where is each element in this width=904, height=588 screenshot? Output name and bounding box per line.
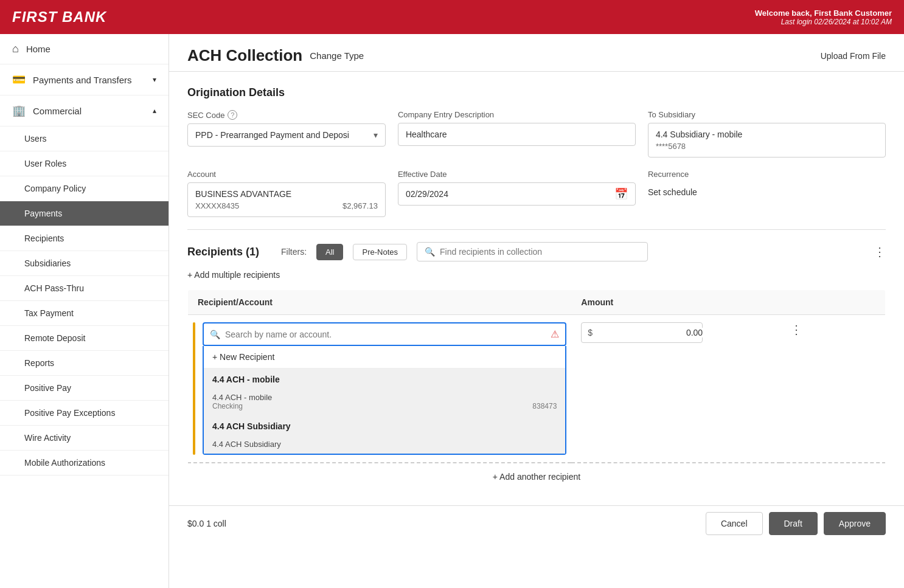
filter-all-button[interactable]: All: [316, 244, 343, 260]
sidebar-item-payments[interactable]: Payments: [0, 201, 169, 226]
sidebar-sub-label: User Roles: [24, 159, 66, 168]
sec-code-select[interactable]: PPD - Prearranged Payment and Deposi ▾: [187, 123, 386, 147]
account-box: BUSINESS ADVANTAGE XXXXX8435 $2,967.13: [187, 182, 386, 217]
approve-button[interactable]: Approve: [824, 512, 886, 535]
recipient-search-input[interactable]: [225, 330, 546, 339]
row-more-icon[interactable]: ⋮: [790, 323, 802, 336]
effective-date-group: Effective Date 📅: [398, 170, 636, 206]
chevron-down-icon: ▾: [374, 130, 378, 140]
sidebar-item-home[interactable]: ⌂ Home: [0, 34, 169, 64]
amount-cell: $: [571, 315, 781, 463]
search-icon: 🔍: [210, 330, 220, 339]
recipient-account-cell: 🔍 ⚠ + New Recipient 4.4 ACH - mobile: [188, 315, 572, 463]
sidebar-sub-label: Positive Pay Exceptions: [24, 408, 115, 418]
upload-from-file-link[interactable]: Upload From File: [821, 51, 886, 61]
sidebar-item-payments-transfers[interactable]: 💳 Payments and Transfers ▾: [0, 64, 169, 95]
find-recipients-search: 🔍: [417, 242, 648, 261]
sidebar-item-remote-deposit[interactable]: Remote Deposit: [0, 326, 169, 351]
sidebar-item-ach-pass-thru[interactable]: ACH Pass-Thru: [0, 276, 169, 301]
sidebar-sub-label: Wire Activity: [24, 433, 71, 443]
effective-date-label: Effective Date: [398, 170, 636, 179]
effective-date-input[interactable]: [398, 183, 607, 205]
table-row: 🔍 ⚠ + New Recipient 4.4 ACH - mobile: [188, 315, 886, 463]
filter-pre-notes-button[interactable]: Pre-Notes: [353, 244, 407, 260]
collection-count: 1 coll: [206, 519, 226, 528]
subsidiary-name: 4.4 Subsidiary - mobile: [656, 130, 878, 139]
dropdown-item-1[interactable]: 4.4 ACH - mobile Checking 838473: [204, 388, 565, 415]
recurrence-group: Recurrence Set schedule: [648, 170, 886, 197]
dropdown-group-header-2[interactable]: 4.4 ACH Subsidiary: [204, 415, 565, 435]
search-icon: 🔍: [425, 247, 435, 257]
new-recipient-option[interactable]: + New Recipient: [204, 346, 565, 368]
sidebar-item-tax-payment[interactable]: Tax Payment: [0, 301, 169, 326]
total-amount: $0.0: [187, 519, 204, 528]
to-subsidiary-label: To Subsidiary: [648, 110, 886, 119]
dropdown-item-2[interactable]: 4.4 ACH Subsidiary: [204, 435, 565, 454]
sidebar-item-subsidiaries[interactable]: Subsidiaries: [0, 251, 169, 276]
sidebar-sub-label: Mobile Authorizations: [24, 458, 105, 468]
account-balance: $2,967.13: [342, 201, 378, 210]
recipient-search-dropdown: + New Recipient 4.4 ACH - mobile 4.4 ACH…: [203, 346, 566, 455]
form-row-2: Account BUSINESS ADVANTAGE XXXXX8435 $2,…: [187, 170, 886, 217]
recipients-table: Recipient/Account Amount 🔍: [187, 289, 886, 491]
add-another-row[interactable]: + Add another recipient: [188, 463, 886, 491]
page-header: ACH Collection Change Type Upload From F…: [169, 34, 904, 72]
sidebar-item-positive-pay-exceptions[interactable]: Positive Pay Exceptions: [0, 401, 169, 426]
sidebar-item-user-roles[interactable]: User Roles: [0, 151, 169, 176]
chevron-down-icon: ▾: [153, 75, 156, 84]
sidebar-item-positive-pay[interactable]: Positive Pay: [0, 376, 169, 401]
set-schedule-link[interactable]: Set schedule: [648, 182, 886, 197]
sidebar-item-recipients[interactable]: Recipients: [0, 226, 169, 251]
draft-button[interactable]: Draft: [769, 512, 818, 535]
subsidiary-box: 4.4 Subsidiary - mobile ****5678: [648, 123, 886, 157]
calendar-icon[interactable]: 📅: [607, 187, 635, 201]
recipients-title: Recipients (1): [187, 246, 259, 258]
recipients-header: Recipients (1) Filters: All Pre-Notes 🔍 …: [187, 242, 886, 261]
sidebar-item-commercial[interactable]: 🏢 Commercial ▴: [0, 95, 169, 126]
warning-icon: ⚠: [551, 328, 559, 340]
amount-input-group: $: [581, 322, 703, 343]
account-name: BUSINESS ADVANTAGE: [195, 189, 378, 199]
company-entry-input[interactable]: [398, 123, 636, 146]
bank-logo: FIRST BANK: [12, 9, 106, 26]
find-recipients-input[interactable]: [440, 247, 640, 257]
change-type-link[interactable]: Change Type: [310, 50, 364, 61]
building-icon: 🏢: [12, 104, 26, 117]
sidebar-item-label: Home: [26, 44, 50, 54]
user-info: Welcome back, First Bank Customer Last l…: [755, 9, 892, 26]
add-multiple-link[interactable]: + Add multiple recipients: [187, 270, 886, 280]
col-actions: [781, 290, 885, 315]
more-options-icon[interactable]: ⋮: [874, 244, 886, 259]
sidebar-item-mobile-auth[interactable]: Mobile Authorizations: [0, 451, 169, 476]
cancel-button[interactable]: Cancel: [706, 512, 763, 535]
card-icon: 💳: [12, 73, 26, 86]
last-login-text: Last login 02/26/2024 at 10:02 AM: [755, 18, 892, 26]
page-title: ACH Collection: [187, 46, 302, 65]
add-another-cell[interactable]: + Add another recipient: [188, 463, 886, 491]
bottom-actions: Cancel Draft Approve: [706, 512, 886, 535]
col-amount: Amount: [571, 290, 781, 315]
sidebar-sub-label: Subsidiaries: [24, 258, 71, 268]
dropdown-group-header-1[interactable]: 4.4 ACH - mobile: [204, 368, 565, 388]
home-icon: ⌂: [12, 43, 19, 55]
account-group: Account BUSINESS ADVANTAGE XXXXX8435 $2,…: [187, 170, 386, 217]
main-content: ACH Collection Change Type Upload From F…: [169, 34, 904, 588]
sidebar-item-users[interactable]: Users: [0, 126, 169, 151]
sec-code-value: PPD - Prearranged Payment and Deposi: [195, 130, 374, 140]
sidebar-item-wire-activity[interactable]: Wire Activity: [0, 426, 169, 451]
row-actions-cell: ⋮: [781, 315, 885, 463]
page-title-area: ACH Collection Change Type: [187, 46, 364, 65]
sidebar-item-reports[interactable]: Reports: [0, 351, 169, 376]
sidebar: ⌂ Home 💳 Payments and Transfers ▾ 🏢 Comm…: [0, 34, 169, 588]
subsidiary-account: ****5678: [656, 142, 878, 151]
filters-label: Filters:: [281, 247, 307, 257]
sidebar-item-company-policy[interactable]: Company Policy: [0, 176, 169, 201]
sidebar-sub-label: Positive Pay: [24, 383, 71, 393]
sidebar-sub-label: Tax Payment: [24, 308, 74, 318]
recipient-search-area: 🔍 ⚠ + New Recipient 4.4 ACH - mobile: [195, 322, 566, 455]
sec-code-info-icon[interactable]: ?: [228, 110, 237, 120]
amount-input[interactable]: [596, 328, 703, 337]
account-number: XXXXX8435: [195, 201, 239, 210]
table-header-row: Recipient/Account Amount: [188, 290, 886, 315]
sidebar-sub-label: Recipients: [24, 233, 64, 243]
